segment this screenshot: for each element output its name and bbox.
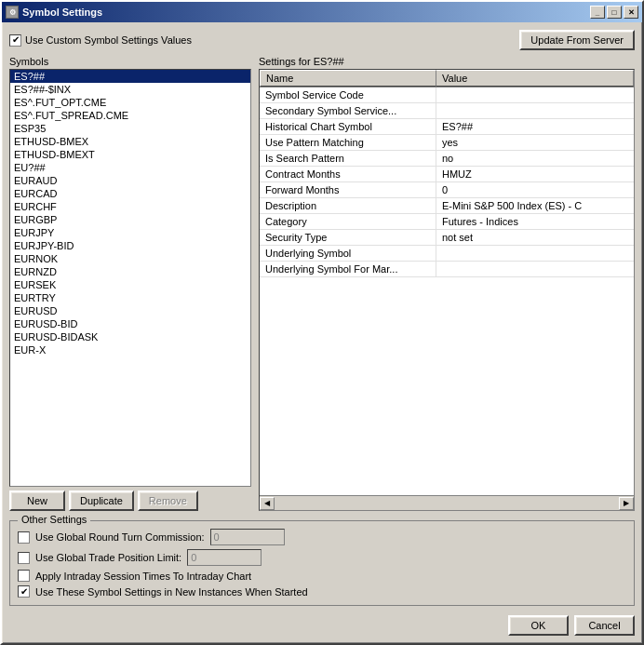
- table-row[interactable]: Is Search Patternno: [260, 151, 634, 167]
- table-row[interactable]: DescriptionE-Mini S&P 500 Index (ES) - C: [260, 198, 634, 214]
- settings-value-cell: ES?##: [436, 119, 634, 134]
- settings-value-cell: [436, 103, 634, 118]
- table-row[interactable]: Contract MonthsHMUZ: [260, 167, 634, 182]
- settings-name-cell: Security Type: [260, 230, 436, 245]
- scroll-left-btn[interactable]: ◀: [260, 497, 275, 510]
- use-custom-checkbox-row: ✔ Use Custom Symbol Settings Values: [9, 34, 192, 47]
- settings-value-cell: no: [436, 151, 634, 166]
- intraday-session-checkbox[interactable]: ✔: [18, 570, 30, 582]
- table-row[interactable]: Underlying Symbol: [260, 246, 634, 262]
- symbol-list-item[interactable]: EURSEK: [10, 278, 250, 291]
- top-bar: ✔ Use Custom Symbol Settings Values Upda…: [9, 30, 635, 50]
- symbol-list-item[interactable]: EURNZD: [10, 265, 250, 278]
- main-area: Symbols ES?##ES?##-$INXES^.FUT_OPT.CMEES…: [9, 56, 635, 511]
- horizontal-scrollbar[interactable]: ◀ ▶: [260, 495, 634, 510]
- symbol-list-item[interactable]: EURNOK: [10, 252, 250, 265]
- symbols-label: Symbols: [9, 56, 251, 67]
- settings-name-cell: Is Search Pattern: [260, 151, 436, 166]
- settings-value-cell: [436, 87, 634, 102]
- symbol-list-item[interactable]: ES?##-$INX: [10, 83, 250, 96]
- window-icon: ⚙: [6, 6, 19, 19]
- update-from-server-button[interactable]: Update From Server: [519, 30, 635, 50]
- symbol-list-item[interactable]: EURUSD-BID: [10, 317, 250, 330]
- table-row[interactable]: Historical Chart SymbolES?##: [260, 119, 634, 135]
- global-position-checkbox[interactable]: ✔: [18, 552, 30, 564]
- symbol-list-item[interactable]: ETHUSD-BMEX: [10, 135, 250, 148]
- settings-table-body[interactable]: Symbol Service CodeSecondary Symbol Serv…: [260, 87, 634, 495]
- other-row-2: ✔ Apply Intraday Session Times To Intrad…: [18, 570, 626, 582]
- global-position-input[interactable]: [187, 549, 262, 566]
- symbol-list-item[interactable]: EUR-X: [10, 343, 250, 356]
- symbol-list-item[interactable]: EURJPY-BID: [10, 239, 250, 252]
- symbol-list-item[interactable]: EURAUD: [10, 174, 250, 187]
- scroll-track-x: [275, 497, 619, 510]
- global-position-label: Use Global Trade Position Limit:: [35, 552, 181, 563]
- symbol-list-item[interactable]: ES^.FUT_SPREAD.CME: [10, 109, 250, 122]
- global-commission-label: Use Global Round Turn Commission:: [35, 531, 205, 543]
- table-row[interactable]: Symbol Service Code: [260, 87, 634, 103]
- settings-table: Name Value Symbol Service CodeSecondary …: [259, 69, 635, 511]
- symbol-list-item[interactable]: ES^.FUT_OPT.CME: [10, 96, 250, 109]
- settings-name-cell: Category: [260, 214, 436, 229]
- symbol-list-item[interactable]: EURCHF: [10, 200, 250, 213]
- other-settings-group: Other Settings ✔ Use Global Round Turn C…: [9, 520, 635, 606]
- table-row[interactable]: CategoryFutures - Indices: [260, 214, 634, 230]
- symbol-list-item[interactable]: EURJPY: [10, 226, 250, 239]
- settings-value-cell: Futures - Indices: [436, 214, 634, 229]
- remove-button[interactable]: Remove: [138, 490, 198, 511]
- settings-name-cell: Use Pattern Matching: [260, 135, 436, 150]
- intraday-session-label: Apply Intraday Session Times To Intraday…: [35, 571, 251, 582]
- symbol-list-item[interactable]: ES?##: [10, 70, 250, 83]
- symbol-list-item[interactable]: EURUSD-BIDASK: [10, 330, 250, 343]
- use-custom-checkbox[interactable]: ✔: [9, 34, 21, 47]
- symbol-settings-window: ⚙ Symbol Settings _ □ ✕ ✔ Use Custom Sym…: [0, 0, 644, 645]
- settings-name-cell: Secondary Symbol Service...: [260, 103, 436, 118]
- symbol-list-item[interactable]: ETHUSD-BMEXT: [10, 148, 250, 161]
- duplicate-button[interactable]: Duplicate: [69, 490, 134, 511]
- title-bar-text: ⚙ Symbol Settings: [6, 6, 102, 19]
- symbols-panel: Symbols ES?##ES?##-$INXES^.FUT_OPT.CMEES…: [9, 56, 251, 511]
- minimize-button[interactable]: _: [590, 6, 605, 19]
- symbol-list-item[interactable]: EURGBP: [10, 213, 250, 226]
- settings-value-cell: HMUZ: [436, 167, 634, 181]
- symbol-list-item[interactable]: ESP35: [10, 122, 250, 135]
- use-symbol-settings-label: Use These Symbol Settings in New Instanc…: [35, 586, 308, 598]
- symbols-buttons: New Duplicate Remove: [9, 490, 251, 511]
- settings-table-header: Name Value: [260, 70, 634, 87]
- other-row-0: ✔ Use Global Round Turn Commission:: [18, 529, 626, 545]
- symbol-list-item[interactable]: EU?##: [10, 161, 250, 174]
- table-row[interactable]: Secondary Symbol Service...: [260, 103, 634, 119]
- other-settings-legend: Other Settings: [18, 514, 90, 525]
- other-row-1: ✔ Use Global Trade Position Limit:: [18, 549, 626, 566]
- settings-value-cell: [436, 262, 634, 276]
- table-row[interactable]: Underlying Symbol For Mar...: [260, 262, 634, 277]
- table-row[interactable]: Security Typenot set: [260, 230, 634, 246]
- settings-value-cell: yes: [436, 135, 634, 150]
- settings-value-cell: 0: [436, 182, 634, 197]
- title-bar: ⚙ Symbol Settings _ □ ✕: [2, 2, 642, 22]
- symbols-listbox[interactable]: ES?##ES?##-$INXES^.FUT_OPT.CMEES^.FUT_SP…: [9, 69, 251, 487]
- use-symbol-settings-checkbox[interactable]: ✔: [18, 585, 30, 598]
- symbol-list-item[interactable]: EURCAD: [10, 187, 250, 200]
- table-row[interactable]: Forward Months0: [260, 182, 634, 198]
- settings-value-cell: [436, 246, 634, 261]
- maximize-button[interactable]: □: [607, 6, 622, 19]
- settings-name-cell: Underlying Symbol: [260, 246, 436, 261]
- scroll-right-btn[interactable]: ▶: [619, 497, 634, 510]
- ok-button[interactable]: OK: [508, 615, 569, 636]
- settings-name-cell: Symbol Service Code: [260, 87, 436, 102]
- symbol-list-item[interactable]: EURTRY: [10, 291, 250, 304]
- close-button[interactable]: ✕: [624, 6, 638, 19]
- global-commission-input[interactable]: [210, 529, 285, 545]
- settings-panel: Settings for ES?## Name Value Symbol Ser…: [259, 56, 635, 511]
- settings-value-cell: not set: [436, 230, 634, 245]
- cancel-button[interactable]: Cancel: [574, 615, 635, 636]
- check-mark: ✔: [12, 35, 20, 45]
- new-button[interactable]: New: [9, 490, 65, 511]
- check-mark-3: ✔: [20, 587, 28, 597]
- table-row[interactable]: Use Pattern Matchingyes: [260, 135, 634, 151]
- global-commission-checkbox[interactable]: ✔: [18, 531, 30, 544]
- settings-title: Settings for ES?##: [259, 56, 635, 67]
- bottom-bar: OK Cancel: [9, 615, 635, 636]
- symbol-list-item[interactable]: EURUSD: [10, 304, 250, 317]
